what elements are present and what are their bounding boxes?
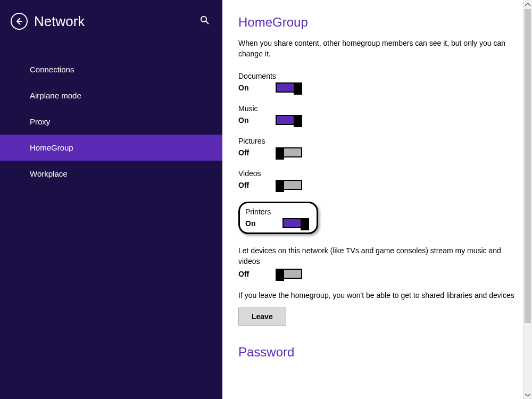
sidebar-item-connections[interactable]: Connections (0, 56, 222, 82)
toggle-stream[interactable] (276, 269, 302, 279)
setting-label: Music (238, 104, 516, 113)
toggle-documents[interactable] (276, 82, 302, 93)
setting-label: Documents (238, 72, 516, 80)
setting-printers-highlight: Printers On (238, 202, 318, 234)
chevron-down-icon (525, 393, 530, 396)
setting-state: On (238, 84, 254, 92)
toggle-pictures[interactable] (276, 147, 302, 157)
vertical-scrollbar[interactable] (523, 0, 532, 399)
setting-state: On (238, 116, 254, 124)
back-button[interactable] (11, 13, 28, 30)
setting-printers: Printers On (245, 207, 309, 228)
sidebar-nav: Connections Airplane mode Proxy HomeGrou… (0, 56, 222, 187)
toggle-music[interactable] (276, 115, 302, 125)
scroll-down-button[interactable] (523, 390, 532, 399)
main-content: HomeGroup When you share content, other … (222, 0, 532, 399)
leave-button[interactable]: Leave (238, 307, 286, 326)
toggle-videos[interactable] (276, 180, 302, 190)
setting-state: Off (238, 181, 254, 189)
search-button[interactable] (198, 13, 212, 29)
homegroup-description: When you share content, other homegroup … (238, 38, 515, 59)
section-title-homegroup: HomeGroup (238, 15, 516, 30)
setting-label: Pictures (238, 137, 516, 145)
setting-state: Off (238, 270, 254, 278)
setting-music: Music On (238, 104, 516, 125)
svg-line-2 (206, 21, 209, 24)
setting-documents: Documents On (238, 72, 516, 93)
setting-state: On (245, 219, 261, 228)
leave-description: If you leave the homegroup, you won't be… (238, 290, 515, 301)
search-icon (200, 15, 210, 25)
setting-stream: Let devices on this network (like TVs an… (238, 246, 516, 279)
setting-label: Let devices on this network (like TVs an… (238, 246, 515, 267)
sidebar-item-homegroup[interactable]: HomeGroup (0, 135, 222, 161)
setting-pictures: Pictures Off (238, 137, 516, 157)
sidebar-item-airplane-mode[interactable]: Airplane mode (0, 82, 222, 109)
sidebar-item-workplace[interactable]: Workplace (0, 161, 222, 187)
sidebar-item-proxy[interactable]: Proxy (0, 109, 222, 135)
setting-label: Printers (245, 207, 309, 216)
scroll-up-button[interactable] (523, 0, 532, 9)
scroll-thumb[interactable] (525, 9, 531, 323)
toggle-printers[interactable] (282, 218, 309, 228)
chevron-up-icon (525, 3, 530, 6)
sidebar: Network Connections Airplane mode Proxy … (0, 0, 222, 399)
setting-videos: Videos Off (238, 169, 516, 190)
sidebar-header: Network (0, 0, 222, 40)
sidebar-title: Network (34, 13, 198, 30)
scroll-track[interactable] (523, 9, 532, 390)
svg-point-1 (201, 16, 206, 22)
back-arrow-icon (15, 17, 23, 26)
setting-label: Videos (238, 169, 516, 178)
setting-state: Off (238, 148, 254, 157)
section-title-password: Password (238, 345, 516, 360)
